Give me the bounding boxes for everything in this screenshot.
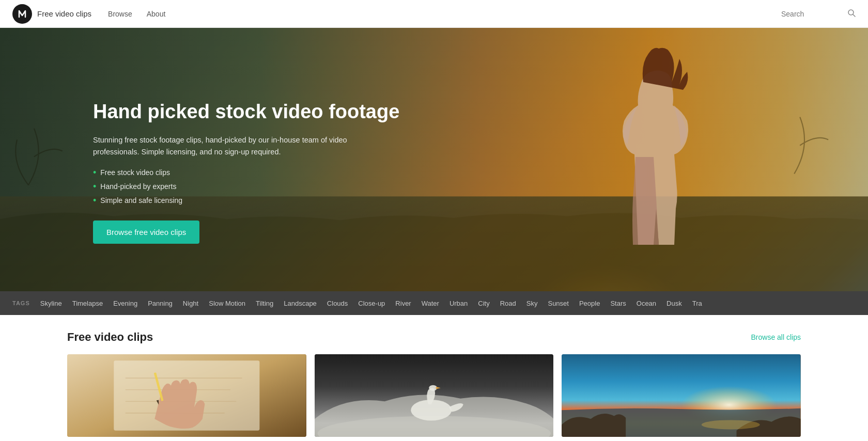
clip-card-3[interactable] — [562, 354, 801, 437]
tag-clouds[interactable]: Clouds — [327, 300, 348, 307]
hero-woman-figure — [548, 43, 765, 291]
hero-bullet-list: Free stock video clips Hand-picked by ex… — [93, 167, 399, 206]
brand-name: Free video clips — [37, 9, 91, 18]
tag-urban[interactable]: Urban — [450, 300, 468, 307]
tag-closeup[interactable]: Close-up — [358, 300, 385, 307]
tags-label: TAGS — [12, 300, 30, 306]
clips-section-title: Free video clips — [67, 330, 153, 344]
hero-description: Stunning free stock footage clips, hand-… — [93, 134, 362, 158]
clip-card-2[interactable] — [315, 354, 554, 437]
search-area — [781, 9, 856, 19]
tag-ocean[interactable]: Ocean — [637, 300, 656, 307]
search-icon[interactable] — [847, 9, 856, 19]
svg-point-19 — [702, 420, 760, 429]
clips-grid — [67, 354, 801, 437]
hero-content: Hand picked stock video footage Stunning… — [93, 100, 399, 244]
tag-water[interactable]: Water — [422, 300, 439, 307]
clips-header: Free video clips Browse all clips — [67, 330, 801, 344]
navbar: Free video clips Browse About — [0, 0, 868, 28]
tag-sky[interactable]: Sky — [526, 300, 538, 307]
clip-card-inner-2 — [315, 354, 554, 437]
svg-point-16 — [429, 385, 437, 391]
logo-icon — [12, 4, 32, 24]
tag-people[interactable]: People — [579, 300, 600, 307]
tag-skyline[interactable]: Skyline — [40, 300, 62, 307]
tag-city[interactable]: City — [478, 300, 489, 307]
tag-evening[interactable]: Evening — [113, 300, 137, 307]
clip-card-inner-1 — [67, 354, 306, 437]
tags-bar: TAGS Skyline Timelapse Evening Panning N… — [0, 291, 868, 315]
tag-sunset[interactable]: Sunset — [548, 300, 568, 307]
tag-timelapse[interactable]: Timelapse — [72, 300, 103, 307]
nav-browse[interactable]: Browse — [108, 10, 132, 18]
clip-card-inner-3 — [562, 354, 801, 437]
nav-about[interactable]: About — [147, 10, 166, 18]
tag-river[interactable]: River — [395, 300, 411, 307]
tag-tilting[interactable]: Tilting — [256, 300, 273, 307]
cta-button[interactable]: Browse free video clips — [93, 220, 199, 244]
tag-dusk[interactable]: Dusk — [667, 300, 682, 307]
hero-section: Hand picked stock video footage Stunning… — [0, 28, 868, 291]
tag-tra[interactable]: Tra — [692, 300, 702, 307]
search-input[interactable] — [781, 10, 843, 18]
clips-section: Free video clips Browse all clips — [0, 315, 868, 441]
hero-bullet-3: Simple and safe licensing — [93, 195, 399, 206]
tag-stars[interactable]: Stars — [610, 300, 626, 307]
tag-slow-motion[interactable]: Slow Motion — [209, 300, 245, 307]
clip-card-1[interactable] — [67, 354, 306, 437]
tag-road[interactable]: Road — [500, 300, 516, 307]
tag-panning[interactable]: Panning — [148, 300, 173, 307]
nav-links: Browse About — [108, 10, 165, 18]
hero-bullet-2: Hand-picked by experts — [93, 181, 399, 192]
hero-title: Hand picked stock video footage — [93, 100, 399, 124]
svg-line-1 — [853, 14, 855, 17]
tag-night[interactable]: Night — [183, 300, 198, 307]
tag-landscape[interactable]: Landscape — [284, 300, 317, 307]
brand-logo-link[interactable]: Free video clips — [12, 4, 91, 24]
hero-bullet-1: Free stock video clips — [93, 167, 399, 178]
browse-all-link[interactable]: Browse all clips — [751, 333, 801, 341]
